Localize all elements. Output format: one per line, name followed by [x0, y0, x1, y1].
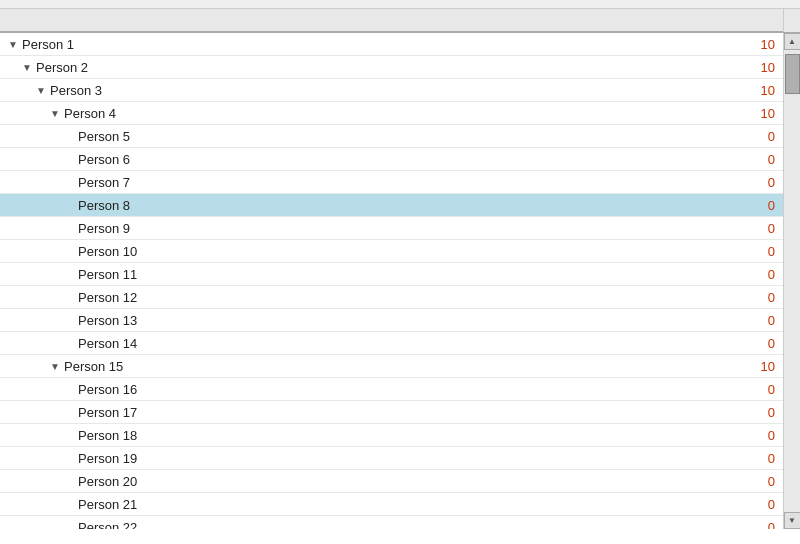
- row-label: Person 15: [64, 359, 123, 374]
- row-name-cell: ▼Person 1: [0, 37, 683, 52]
- table-row[interactable]: Person 100: [0, 240, 783, 263]
- row-label: Person 21: [78, 497, 137, 512]
- table-row[interactable]: ▼Person 110: [0, 33, 783, 56]
- row-children-cell: 0: [683, 267, 783, 282]
- scroll-thumb[interactable]: [785, 54, 800, 94]
- table-row[interactable]: Person 190: [0, 447, 783, 470]
- row-name-cell: Person 8: [0, 198, 683, 213]
- scrollbar-track[interactable]: ▲ ▼: [783, 33, 800, 529]
- table-row[interactable]: Person 80: [0, 194, 783, 217]
- row-children-cell: 10: [683, 106, 783, 121]
- table-row[interactable]: Person 120: [0, 286, 783, 309]
- row-name-cell: Person 10: [0, 244, 683, 259]
- row-label: Person 22: [78, 520, 137, 530]
- row-label: Person 17: [78, 405, 137, 420]
- header-scrollbar-spacer: [783, 9, 800, 32]
- row-name-cell: Person 19: [0, 451, 683, 466]
- table-row[interactable]: Person 90: [0, 217, 783, 240]
- row-name-cell: ▼Person 4: [0, 106, 683, 121]
- table-row[interactable]: Person 180: [0, 424, 783, 447]
- row-children-cell: 0: [683, 152, 783, 167]
- table-row[interactable]: Person 50: [0, 125, 783, 148]
- row-name-cell: Person 14: [0, 336, 683, 351]
- row-label: Person 8: [78, 198, 130, 213]
- table-row[interactable]: Person 220: [0, 516, 783, 529]
- scroll-thumb-area: [784, 50, 801, 512]
- table-row[interactable]: Person 200: [0, 470, 783, 493]
- row-children-cell: 0: [683, 428, 783, 443]
- row-children-cell: 0: [683, 451, 783, 466]
- row-label: Person 14: [78, 336, 137, 351]
- row-children-cell: 0: [683, 129, 783, 144]
- scroll-up-button[interactable]: ▲: [784, 33, 801, 50]
- row-label: Person 4: [64, 106, 116, 121]
- rows-area: ▼Person 110▼Person 210▼Person 310▼Person…: [0, 33, 783, 529]
- row-label: Person 11: [78, 267, 137, 282]
- row-label: Person 19: [78, 451, 137, 466]
- row-name-cell: Person 20: [0, 474, 683, 489]
- row-children-cell: 0: [683, 336, 783, 351]
- row-label: Person 3: [50, 83, 102, 98]
- row-label: Person 20: [78, 474, 137, 489]
- row-children-cell: 0: [683, 497, 783, 512]
- row-name-cell: Person 18: [0, 428, 683, 443]
- row-children-cell: 0: [683, 198, 783, 213]
- row-name-cell: Person 11: [0, 267, 683, 282]
- row-label: Person 16: [78, 382, 137, 397]
- grid-body: ▼Person 110▼Person 210▼Person 310▼Person…: [0, 33, 800, 529]
- row-name-cell: Person 7: [0, 175, 683, 190]
- row-label: Person 5: [78, 129, 130, 144]
- row-children-cell: 10: [683, 359, 783, 374]
- table-row[interactable]: ▼Person 410: [0, 102, 783, 125]
- row-name-cell: Person 21: [0, 497, 683, 512]
- row-children-cell: 0: [683, 405, 783, 420]
- row-label: Person 7: [78, 175, 130, 190]
- row-name-cell: Person 9: [0, 221, 683, 236]
- row-children-cell: 0: [683, 221, 783, 236]
- row-label: Person 13: [78, 313, 137, 328]
- row-children-cell: 10: [683, 83, 783, 98]
- row-children-cell: 0: [683, 382, 783, 397]
- row-children-cell: 0: [683, 313, 783, 328]
- row-name-cell: ▼Person 15: [0, 359, 683, 374]
- table-row[interactable]: Person 170: [0, 401, 783, 424]
- row-label: Person 18: [78, 428, 137, 443]
- collapse-icon[interactable]: ▼: [50, 361, 62, 373]
- row-name-cell: Person 5: [0, 129, 683, 144]
- grid-header: [0, 9, 800, 33]
- row-name-cell: Person 12: [0, 290, 683, 305]
- row-name-cell: Person 6: [0, 152, 683, 167]
- scroll-down-button[interactable]: ▼: [784, 512, 801, 529]
- table-row[interactable]: Person 70: [0, 171, 783, 194]
- row-children-cell: 10: [683, 60, 783, 75]
- row-name-cell: Person 13: [0, 313, 683, 328]
- row-label: Person 6: [78, 152, 130, 167]
- row-children-cell: 0: [683, 520, 783, 530]
- row-children-cell: 10: [683, 37, 783, 52]
- row-children-cell: 0: [683, 244, 783, 259]
- row-name-cell: Person 16: [0, 382, 683, 397]
- row-children-cell: 0: [683, 474, 783, 489]
- grid-container: ▼Person 110▼Person 210▼Person 310▼Person…: [0, 9, 800, 529]
- table-row[interactable]: Person 60: [0, 148, 783, 171]
- table-row[interactable]: Person 140: [0, 332, 783, 355]
- row-label: Person 9: [78, 221, 130, 236]
- collapse-icon[interactable]: ▼: [8, 39, 20, 51]
- collapse-icon[interactable]: ▼: [22, 62, 34, 74]
- collapse-icon[interactable]: ▼: [36, 85, 48, 97]
- table-row[interactable]: Person 160: [0, 378, 783, 401]
- row-label: Person 12: [78, 290, 137, 305]
- row-name-cell: Person 17: [0, 405, 683, 420]
- table-row[interactable]: ▼Person 310: [0, 79, 783, 102]
- table-row[interactable]: Person 130: [0, 309, 783, 332]
- row-label: Person 1: [22, 37, 74, 52]
- table-row[interactable]: ▼Person 210: [0, 56, 783, 79]
- table-row[interactable]: Person 210: [0, 493, 783, 516]
- table-row[interactable]: Person 110: [0, 263, 783, 286]
- row-children-cell: 0: [683, 290, 783, 305]
- row-label: Person 10: [78, 244, 137, 259]
- row-label: Person 2: [36, 60, 88, 75]
- collapse-icon[interactable]: ▼: [50, 108, 62, 120]
- table-row[interactable]: ▼Person 1510: [0, 355, 783, 378]
- row-name-cell: Person 22: [0, 520, 683, 530]
